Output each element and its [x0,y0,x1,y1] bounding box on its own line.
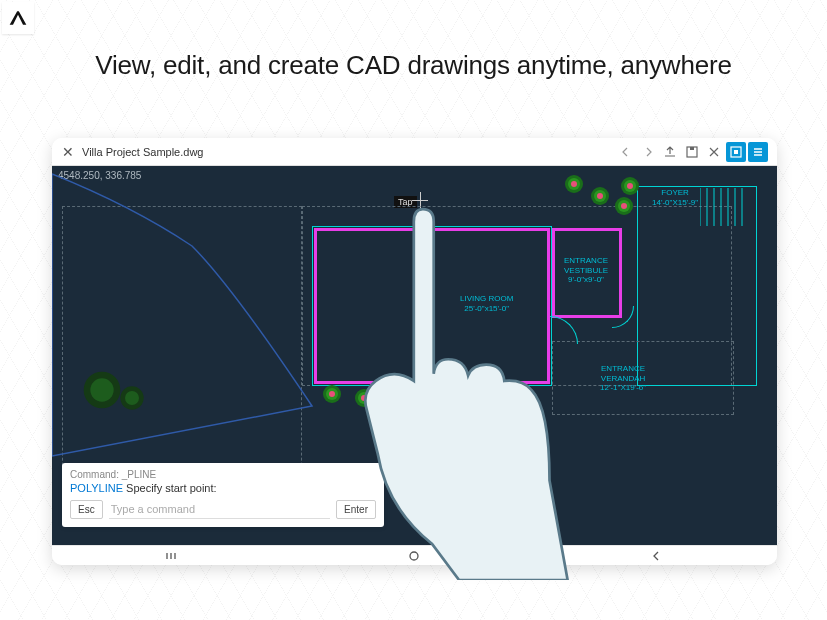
svg-point-18 [329,391,335,397]
plant-icon [320,382,344,406]
svg-point-30 [523,397,529,403]
svg-point-45 [410,552,418,560]
menu-button[interactable] [748,142,768,162]
plant-icon [514,388,538,412]
room-label-living: LIVING ROOM25'-0"x15'-0" [460,294,513,313]
active-command-name: POLYLINE [70,482,123,494]
page-headline: View, edit, and create CAD drawings anyt… [0,50,827,81]
svg-point-15 [627,183,633,189]
device-nav-bar [52,545,777,565]
command-current: POLYLINE Specify start point: [70,482,376,494]
filename-label: Villa Project Sample.dwg [82,146,203,158]
cmd-history-prefix: Command: [70,469,119,480]
plant-icon [484,390,508,414]
active-command-prompt: Specify start point: [126,482,217,494]
tablet-frame: ✕ Villa Project Sample.dwg 4548.250, 336… [52,138,777,565]
command-input-row: Esc Enter [70,500,376,519]
svg-rect-3 [734,150,738,154]
svg-point-12 [621,203,627,209]
redo-icon[interactable] [638,142,658,162]
svg-point-32 [90,378,113,401]
plant-icon [82,370,122,410]
upload-icon[interactable] [660,142,680,162]
command-panel: Command: _PLINE POLYLINE Specify start p… [62,463,384,527]
room-label-foyer: FOYER14'-0"X15'-9" [652,188,698,207]
nav-recent-button[interactable] [143,551,203,561]
svg-point-24 [391,393,397,399]
svg-rect-1 [690,147,694,150]
app-topbar: ✕ Villa Project Sample.dwg [52,138,777,166]
svg-point-27 [493,399,499,405]
undo-icon[interactable] [616,142,636,162]
drawing-canvas[interactable]: 4548.250, 336.785 Tap FOYER14'-0"X15'-9"… [52,166,777,545]
svg-point-9 [597,193,603,199]
svg-point-34 [125,391,139,405]
plant-icon [618,174,642,198]
command-history: Command: _PLINE [70,469,376,480]
plant-icon [562,172,586,196]
svg-point-6 [571,181,577,187]
hatch-stairs [700,188,760,226]
command-input[interactable] [109,500,330,519]
room-label-vestibule: ENTRANCEVESTIBULE9'-0"x9'-0" [564,256,608,285]
tools-icon[interactable] [704,142,724,162]
esc-button[interactable]: Esc [70,500,103,519]
layers-button[interactable] [726,142,746,162]
save-icon[interactable] [682,142,702,162]
cmd-history-name: _PLINE [122,469,156,480]
plant-icon [352,386,376,410]
enter-button[interactable]: Enter [336,500,376,519]
nav-home-button[interactable] [384,550,444,562]
plant-icon [588,184,612,208]
room-label-verandah: ENTRANCEVERANDAH12'-1"X19'-6" [600,364,646,393]
autodesk-logo [2,2,34,34]
nav-back-button[interactable] [626,550,686,562]
autodesk-icon [8,8,28,28]
plant-icon [118,384,146,412]
svg-point-21 [361,395,367,401]
plant-icon [382,384,406,408]
close-button[interactable]: ✕ [60,144,76,160]
